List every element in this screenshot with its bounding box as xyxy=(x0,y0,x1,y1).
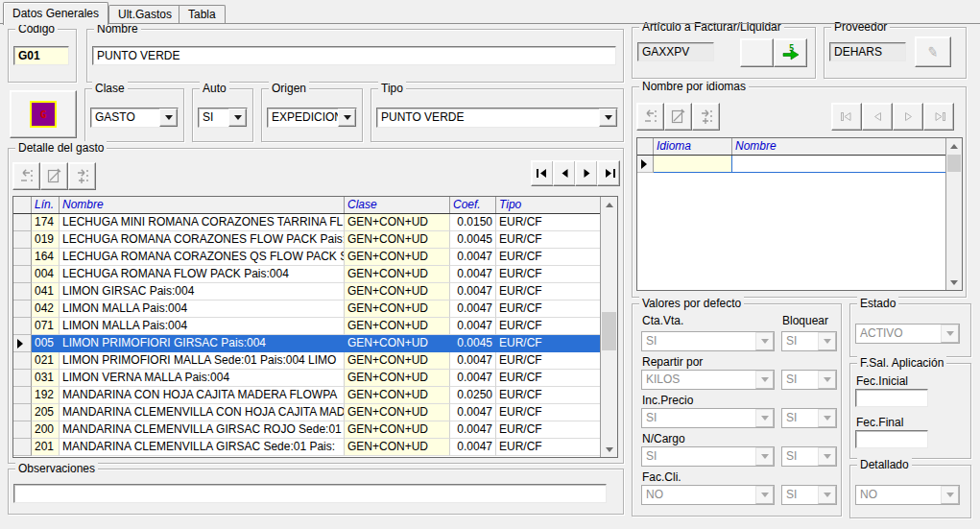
nav-next-button[interactable] xyxy=(575,160,598,186)
cell[interactable]: 0.0047 xyxy=(450,301,496,318)
cell[interactable]: EUR/CF xyxy=(496,231,601,249)
cell[interactable]: 205 xyxy=(32,404,60,421)
cell[interactable]: 0.0047 xyxy=(450,283,496,301)
cell[interactable]: EUR/CF xyxy=(496,439,601,456)
cell[interactable]: MANDARINA CON HOJA CAJITA MADERA FLOWPA xyxy=(60,387,345,404)
cell[interactable]: EUR/CF xyxy=(496,335,601,352)
cell[interactable]: 005 xyxy=(32,335,60,352)
table-row[interactable]: 201MANDARINA CLEMENVILLA GIRSAC Sede:01 … xyxy=(13,439,601,456)
fec-final-input[interactable] xyxy=(855,430,928,448)
row-indicator-icon[interactable] xyxy=(13,301,32,318)
cell[interactable]: 0.0045 xyxy=(450,231,496,249)
auto-dropdown-button[interactable] xyxy=(228,108,247,127)
nav-last-button[interactable] xyxy=(597,160,620,186)
cell[interactable]: MANDARINA CLEMENVILLA CON HOJA CAJITA MA… xyxy=(60,404,345,421)
row-indicator-icon[interactable] xyxy=(13,318,32,335)
cell[interactable]: 021 xyxy=(32,352,60,370)
col-clase[interactable]: Clase xyxy=(345,197,450,213)
tab-ult-gastos[interactable]: Ult.Gastos xyxy=(108,5,181,24)
table-row[interactable]: 200MANDARINA CLEMENVILLA GIRSAC ROJO Sed… xyxy=(13,421,601,439)
row-indicator-icon[interactable] xyxy=(13,266,32,283)
cell[interactable]: EUR/CF xyxy=(496,283,601,301)
cell[interactable]: 201 xyxy=(32,439,60,456)
detalle-scrollbar[interactable] xyxy=(600,197,617,457)
row-indicator-icon[interactable] xyxy=(13,214,32,231)
cell[interactable]: 031 xyxy=(32,370,60,387)
tipo-select[interactable]: PUNTO VERDE xyxy=(376,108,618,128)
nav-prev-button[interactable] xyxy=(553,160,576,186)
idiomas-empty-row[interactable] xyxy=(637,156,946,173)
table-row[interactable]: 205MANDARINA CLEMENVILLA CON HOJA CAJITA… xyxy=(13,404,601,421)
col-nombre[interactable]: Nombre xyxy=(60,197,345,213)
cell[interactable]: 200 xyxy=(32,421,60,439)
cell[interactable]: GEN+CON+UD xyxy=(345,266,450,283)
row-indicator-icon[interactable] xyxy=(13,421,32,439)
row-indicator-icon[interactable] xyxy=(13,439,32,456)
gasto-type-button[interactable]: G xyxy=(10,90,77,138)
table-row[interactable]: 019LECHUGA ROMANA CORAZONES FLOW PACK Pa… xyxy=(13,231,601,249)
tipo-dropdown-button[interactable] xyxy=(599,108,617,127)
fec-inicial-input[interactable] xyxy=(855,389,928,407)
cell[interactable]: EUR/CF xyxy=(496,301,601,318)
scroll-down-icon[interactable] xyxy=(946,275,962,290)
row-indicator-icon[interactable] xyxy=(13,370,32,387)
cell[interactable]: 019 xyxy=(32,231,60,249)
scrollbar-thumb[interactable] xyxy=(602,312,616,350)
goto-article-button[interactable]: 5 xyxy=(774,38,807,67)
nav-first-button[interactable] xyxy=(531,160,554,186)
cell[interactable]: 071 xyxy=(32,318,60,335)
cell[interactable]: 0.0047 xyxy=(450,249,496,266)
nombre-input[interactable] xyxy=(92,46,616,65)
table-row[interactable]: 042LIMON MALLA Pais:004GEN+CON+UD0.0047E… xyxy=(13,301,601,318)
table-row[interactable]: 021LIMON PRIMOFIORI MALLA Sede:01 Pais:0… xyxy=(13,352,601,370)
tab-tabla[interactable]: Tabla xyxy=(179,5,226,24)
cell[interactable]: EUR/CF xyxy=(496,404,601,421)
cell[interactable]: 0.0250 xyxy=(450,387,496,404)
cell[interactable]: 004 xyxy=(32,266,60,283)
cell[interactable]: 192 xyxy=(32,387,60,404)
cell[interactable]: GEN+CON+UD xyxy=(345,249,450,266)
cell[interactable]: GEN+CON+UD xyxy=(345,335,450,352)
cell[interactable]: EUR/CF xyxy=(496,387,601,404)
cell[interactable]: 0.0150 xyxy=(450,214,496,231)
cell[interactable]: 174 xyxy=(32,214,60,231)
origen-select[interactable]: EXPEDICION xyxy=(267,108,357,128)
cell[interactable]: MANDARINA CLEMENVILLA GIRSAC Sede:01 Pai… xyxy=(60,439,345,456)
cell[interactable]: LIMON VERNA MALLA Pais:004 xyxy=(60,370,345,387)
cell[interactable]: GEN+CON+UD xyxy=(345,439,450,456)
row-indicator-icon[interactable] xyxy=(13,335,32,352)
table-row[interactable]: 004LECHUGA ROMANA FLOW PACK Pais:004GEN+… xyxy=(13,266,601,283)
cell[interactable]: EUR/CF xyxy=(496,352,601,370)
row-indicator-icon[interactable] xyxy=(13,404,32,421)
cell[interactable]: EUR/CF xyxy=(496,370,601,387)
origen-dropdown-button[interactable] xyxy=(338,108,356,127)
table-row[interactable]: 174LECHUGA MINI ROMANA CORAZONES TARRINA… xyxy=(13,214,601,231)
cell[interactable]: 0.0047 xyxy=(450,266,496,283)
cell[interactable]: GEN+CON+UD xyxy=(345,301,450,318)
scrollbar-thumb[interactable] xyxy=(947,155,961,172)
row-indicator-icon[interactable] xyxy=(13,231,32,249)
cell[interactable]: 0.0047 xyxy=(450,352,496,370)
cell[interactable]: 164 xyxy=(32,249,60,266)
cell[interactable]: 041 xyxy=(32,283,60,301)
table-row[interactable]: 031LIMON VERNA MALLA Pais:004GEN+CON+UD0… xyxy=(13,370,601,387)
articulo-aux-button[interactable] xyxy=(740,38,774,67)
cell[interactable]: EUR/CF xyxy=(496,318,601,335)
col-coef[interactable]: Coef. xyxy=(450,197,496,213)
cell[interactable]: LIMON MALLA Pais:004 xyxy=(60,301,345,318)
cell[interactable]: LIMON GIRSAC Pais:004 xyxy=(60,283,345,301)
cell[interactable]: LECHUGA ROMANA CORAZONES FLOW PACK Pais: xyxy=(60,231,345,249)
clase-dropdown-button[interactable] xyxy=(159,108,178,127)
cell[interactable]: GEN+CON+UD xyxy=(345,231,450,249)
cell[interactable]: GEN+CON+UD xyxy=(345,214,450,231)
col-tipo[interactable]: Tipo xyxy=(496,197,601,213)
idiomas-scrollbar[interactable] xyxy=(945,138,962,290)
row-indicator-icon[interactable] xyxy=(13,249,32,266)
cell[interactable]: EUR/CF xyxy=(496,421,601,439)
cell[interactable]: GEN+CON+UD xyxy=(345,370,450,387)
table-row[interactable]: 005LIMON PRIMOFIORI GIRSAC Pais:004GEN+C… xyxy=(13,335,601,352)
col-idioma[interactable]: Idioma xyxy=(654,138,732,155)
cell[interactable]: GEN+CON+UD xyxy=(345,318,450,335)
cell[interactable]: 0.0047 xyxy=(450,439,496,456)
cell[interactable]: GEN+CON+UD xyxy=(345,421,450,439)
